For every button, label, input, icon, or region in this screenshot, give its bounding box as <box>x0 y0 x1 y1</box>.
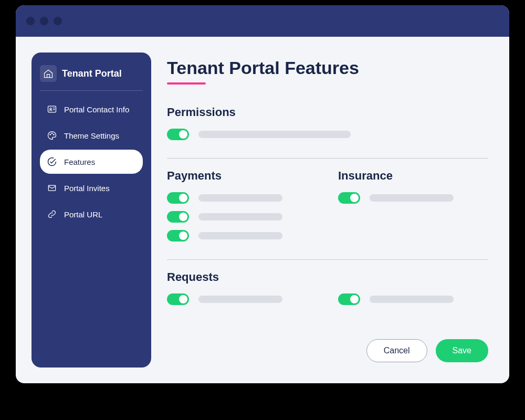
sidebar-item-theme-settings[interactable]: Theme Settings <box>40 123 143 148</box>
toggle-row <box>167 293 317 305</box>
toggle-switch[interactable] <box>167 129 189 140</box>
placeholder-text <box>198 296 282 303</box>
toggle-switch[interactable] <box>167 211 189 223</box>
placeholder-text <box>198 213 282 220</box>
window-control-dot[interactable] <box>54 17 62 25</box>
toggle-row <box>167 211 317 223</box>
sidebar-item-label: Features <box>64 158 95 166</box>
section-payments: Payments <box>167 169 317 249</box>
toggle-switch[interactable] <box>167 230 189 242</box>
svg-point-1 <box>50 108 51 110</box>
sidebar-item-portal-invites[interactable]: Portal Invites <box>40 176 143 200</box>
sidebar: Tenant Portal Portal Contact Info Theme … <box>32 52 151 368</box>
window-control-dot[interactable] <box>26 17 35 25</box>
toggle-switch[interactable] <box>338 293 360 305</box>
toggle-switch[interactable] <box>338 192 360 204</box>
toggle-row <box>167 230 317 242</box>
titlebar <box>16 5 509 37</box>
sidebar-title: Tenant Portal <box>62 68 122 79</box>
toggle-row <box>338 192 488 204</box>
link-icon <box>46 208 58 220</box>
sidebar-item-label: Portal Contact Info <box>64 105 129 114</box>
toggle-row <box>338 293 488 305</box>
save-button[interactable]: Save <box>436 339 488 362</box>
title-underline <box>167 82 206 85</box>
svg-rect-0 <box>48 106 56 112</box>
section-title-requests: Requests <box>167 270 488 284</box>
app-window: Tenant Portal Portal Contact Info Theme … <box>16 5 509 383</box>
envelope-icon <box>46 182 58 194</box>
section-insurance: Insurance <box>338 169 488 249</box>
divider <box>167 259 488 260</box>
svg-point-4 <box>54 134 55 135</box>
section-title-permissions: Permissions <box>167 106 488 119</box>
toggle-row <box>167 192 317 204</box>
svg-point-2 <box>50 134 51 135</box>
page-title: Tenant Portal Features <box>167 58 488 78</box>
section-permissions: Permissions <box>167 106 488 148</box>
toggle-switch[interactable] <box>167 192 189 204</box>
sidebar-header: Tenant Portal <box>40 65 143 91</box>
placeholder-text <box>198 232 282 239</box>
placeholder-text <box>198 194 282 202</box>
sidebar-item-features[interactable]: Features <box>40 150 143 174</box>
window-control-dot[interactable] <box>40 17 48 25</box>
section-title-insurance: Insurance <box>338 169 488 183</box>
main-panel: Tenant Portal Features Permissions Payme… <box>167 52 494 368</box>
sidebar-item-label: Portal URL <box>64 210 102 219</box>
contact-card-icon <box>46 103 58 115</box>
svg-rect-5 <box>48 185 55 191</box>
content-area: Tenant Portal Portal Contact Info Theme … <box>16 37 509 383</box>
placeholder-text <box>370 194 454 202</box>
checkmark-circle-icon <box>46 156 58 167</box>
sidebar-item-portal-url[interactable]: Portal URL <box>40 202 143 226</box>
divider <box>167 158 488 159</box>
payments-insurance-row: Payments Insurance <box>167 169 488 249</box>
toggle-row <box>167 129 488 140</box>
toggle-switch[interactable] <box>167 293 189 305</box>
placeholder-text <box>198 131 351 138</box>
tenant-portal-icon <box>40 65 57 82</box>
section-title-payments: Payments <box>167 169 317 183</box>
cancel-button[interactable]: Cancel <box>366 339 427 362</box>
placeholder-text <box>370 296 454 303</box>
sidebar-item-label: Theme Settings <box>64 131 119 140</box>
sidebar-item-label: Portal Invites <box>64 184 110 193</box>
svg-point-3 <box>51 133 52 134</box>
sidebar-item-portal-contact-info[interactable]: Portal Contact Info <box>40 97 143 121</box>
action-bar: Cancel Save <box>167 329 488 362</box>
palette-icon <box>46 130 58 141</box>
section-requests: Requests <box>167 270 488 312</box>
